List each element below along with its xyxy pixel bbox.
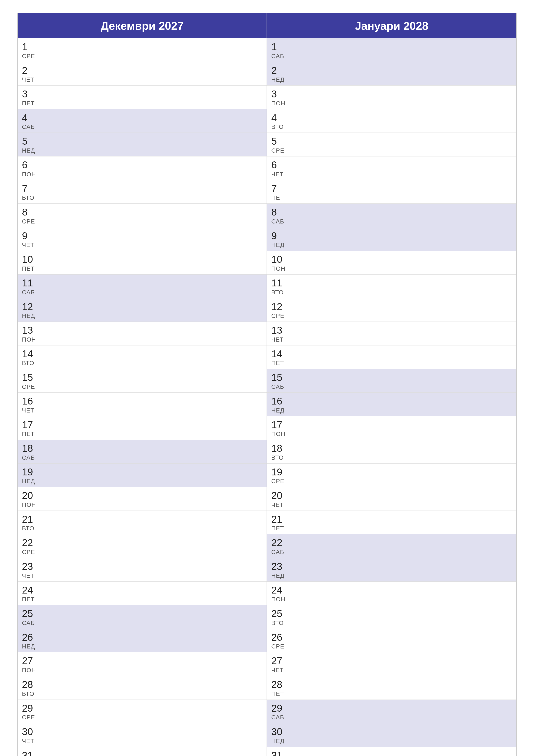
- day-name-january-2028-6: ЧЕТ: [271, 171, 512, 178]
- day-number-december-2027-23: 23: [22, 561, 262, 572]
- day-row-january-2028-30: 30НЕД: [267, 723, 516, 747]
- day-name-december-2027-27: ПОН: [22, 667, 262, 674]
- day-row-january-2028-27: 27ЧЕТ: [267, 652, 516, 676]
- day-row-january-2028-25: 25ВТО: [267, 605, 516, 629]
- day-row-december-2027-12: 12НЕД: [18, 298, 267, 322]
- day-name-december-2027-22: СРЕ: [22, 549, 262, 555]
- day-row-january-2028-31: 31ПОН: [267, 747, 516, 756]
- day-name-december-2027-17: ПЕТ: [22, 431, 262, 438]
- day-row-january-2028-24: 24ПОН: [267, 582, 516, 606]
- day-name-december-2027-26: НЕД: [22, 643, 262, 650]
- day-row-january-2028-11: 11ВТО: [267, 275, 516, 298]
- day-number-december-2027-27: 27: [22, 655, 262, 666]
- day-row-january-2028-9: 9НЕД: [267, 228, 516, 251]
- day-name-december-2027-21: ВТО: [22, 525, 262, 532]
- month-header-january-2028: Јануари 2028: [267, 14, 516, 39]
- day-name-january-2028-23: НЕД: [271, 572, 512, 579]
- day-row-december-2027-18: 18САБ: [18, 440, 267, 464]
- day-number-december-2027-13: 13: [22, 325, 262, 336]
- day-row-january-2028-5: 5СРЕ: [267, 133, 516, 156]
- day-row-january-2028-21: 21ПЕТ: [267, 511, 516, 534]
- day-row-january-2028-4: 4ВТО: [267, 109, 516, 133]
- day-number-december-2027-6: 6: [22, 159, 262, 171]
- day-name-december-2027-14: ВТО: [22, 360, 262, 366]
- day-name-january-2028-9: НЕД: [271, 242, 512, 249]
- day-number-january-2028-25: 25: [271, 608, 512, 619]
- day-row-december-2027-1: 1СРЕ: [18, 39, 267, 62]
- day-name-january-2028-30: НЕД: [271, 738, 512, 744]
- day-number-january-2028-26: 26: [271, 632, 512, 643]
- day-number-december-2027-4: 4: [22, 112, 262, 123]
- day-number-december-2027-26: 26: [22, 632, 262, 643]
- day-name-january-2028-18: ВТО: [271, 454, 512, 461]
- day-number-december-2027-14: 14: [22, 348, 262, 360]
- day-name-january-2028-22: САБ: [271, 549, 512, 555]
- day-row-december-2027-6: 6ПОН: [18, 156, 267, 180]
- day-row-december-2027-27: 27ПОН: [18, 652, 267, 676]
- day-name-december-2027-7: ВТО: [22, 194, 262, 201]
- day-number-december-2027-3: 3: [22, 89, 262, 99]
- month-days-december-2027: 1СРЕ2ЧЕТ3ПЕТ4САБ5НЕД6ПОН7ВТО8СРЕ9ЧЕТ10ПЕ…: [18, 39, 267, 756]
- day-number-january-2028-31: 31: [271, 750, 512, 756]
- day-number-december-2027-7: 7: [22, 183, 262, 194]
- day-number-january-2028-21: 21: [271, 514, 512, 525]
- day-row-december-2027-22: 22СРЕ: [18, 534, 267, 558]
- day-row-january-2028-29: 29САБ: [267, 700, 516, 723]
- day-number-january-2028-14: 14: [271, 348, 512, 360]
- day-row-january-2028-8: 8САБ: [267, 204, 516, 228]
- day-row-december-2027-23: 23ЧЕТ: [18, 558, 267, 582]
- day-row-december-2027-3: 3ПЕТ: [18, 86, 267, 109]
- day-name-january-2028-20: ЧЕТ: [271, 501, 512, 508]
- day-name-january-2028-24: ПОН: [271, 596, 512, 603]
- day-number-january-2028-18: 18: [271, 443, 512, 454]
- day-row-january-2028-12: 12СРЕ: [267, 298, 516, 322]
- day-number-january-2028-3: 3: [271, 89, 512, 99]
- day-number-december-2027-29: 29: [22, 703, 262, 714]
- day-name-january-2028-27: ЧЕТ: [271, 667, 512, 674]
- day-name-december-2027-12: НЕД: [22, 312, 262, 319]
- day-name-december-2027-24: ПЕТ: [22, 596, 262, 603]
- day-row-december-2027-11: 11САБ: [18, 275, 267, 298]
- day-row-december-2027-26: 26НЕД: [18, 629, 267, 653]
- day-row-december-2027-2: 2ЧЕТ: [18, 62, 267, 86]
- day-row-january-2028-19: 19СРЕ: [267, 464, 516, 487]
- day-row-december-2027-4: 4САБ: [18, 109, 267, 133]
- day-name-january-2028-4: ВТО: [271, 123, 512, 130]
- day-name-january-2028-3: ПОН: [271, 100, 512, 107]
- day-number-january-2028-4: 4: [271, 112, 512, 123]
- day-row-january-2028-2: 2НЕД: [267, 62, 516, 86]
- day-name-december-2027-10: ПЕТ: [22, 265, 262, 272]
- day-row-january-2028-26: 26СРЕ: [267, 629, 516, 653]
- day-row-january-2028-23: 23НЕД: [267, 558, 516, 582]
- day-number-january-2028-30: 30: [271, 726, 512, 737]
- day-name-january-2028-19: СРЕ: [271, 478, 512, 485]
- day-name-january-2028-11: ВТО: [271, 289, 512, 296]
- day-row-december-2027-5: 5НЕД: [18, 133, 267, 156]
- day-name-january-2028-12: СРЕ: [271, 312, 512, 319]
- day-number-january-2028-8: 8: [271, 207, 512, 218]
- day-name-january-2028-1: САБ: [271, 53, 512, 60]
- day-row-january-2028-20: 20ЧЕТ: [267, 487, 516, 511]
- day-row-december-2027-10: 10ПЕТ: [18, 251, 267, 275]
- day-number-december-2027-24: 24: [22, 585, 262, 596]
- day-number-december-2027-8: 8: [22, 207, 262, 218]
- day-name-december-2027-1: СРЕ: [22, 53, 262, 60]
- calendar-body: 1СРЕ2ЧЕТ3ПЕТ4САБ5НЕД6ПОН7ВТО8СРЕ9ЧЕТ10ПЕ…: [18, 39, 516, 756]
- month-header-december-2027: Декември 2027: [18, 14, 267, 39]
- day-row-december-2027-15: 15СРЕ: [18, 369, 267, 393]
- day-name-january-2028-16: НЕД: [271, 407, 512, 414]
- day-name-january-2028-2: НЕД: [271, 76, 512, 83]
- day-row-december-2027-24: 24ПЕТ: [18, 582, 267, 606]
- day-number-december-2027-11: 11: [22, 278, 262, 288]
- day-number-january-2028-15: 15: [271, 372, 512, 383]
- day-number-december-2027-17: 17: [22, 419, 262, 430]
- day-row-december-2027-7: 7ВТО: [18, 180, 267, 204]
- day-name-january-2028-14: ПЕТ: [271, 360, 512, 366]
- day-name-january-2028-15: САБ: [271, 383, 512, 390]
- day-row-december-2027-30: 30ЧЕТ: [18, 723, 267, 747]
- day-name-january-2028-26: СРЕ: [271, 643, 512, 650]
- day-number-december-2027-19: 19: [22, 467, 262, 477]
- day-name-december-2027-9: ЧЕТ: [22, 242, 262, 249]
- day-name-december-2027-29: СРЕ: [22, 714, 262, 721]
- day-row-january-2028-15: 15САБ: [267, 369, 516, 393]
